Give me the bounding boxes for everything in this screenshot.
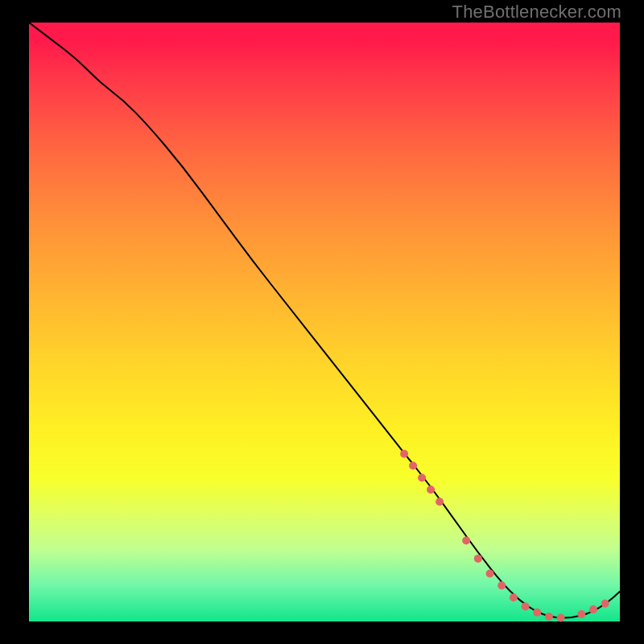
stage: TheBottlenecker.com	[0, 0, 644, 644]
plot-area	[29, 23, 620, 621]
brand-watermark: TheBottlenecker.com	[452, 2, 621, 23]
